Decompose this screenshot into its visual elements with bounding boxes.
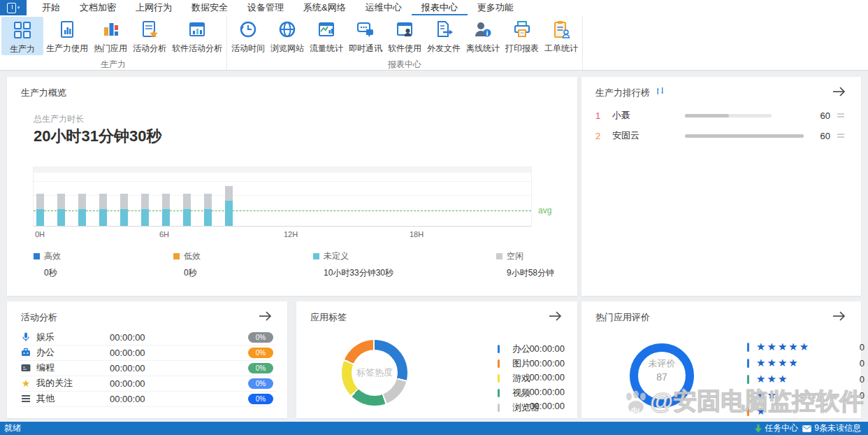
ribbon-item-traffic-stats[interactable]: 流量统计 <box>307 17 346 55</box>
ribbon-item-activity-time[interactable]: 活动时间 <box>229 17 268 55</box>
download-arrow-icon <box>755 425 762 433</box>
hour-bar <box>162 167 170 226</box>
legend-value: 0秒 <box>44 267 61 279</box>
activity-time: 00:00:00 <box>110 378 145 389</box>
open-panel-arrow-icon[interactable] <box>832 85 847 98</box>
activity-time: 00:00:00 <box>110 332 145 343</box>
ranking-row[interactable]: 1 小聂 60 <box>595 108 847 123</box>
activity-label: 其他 <box>36 392 55 405</box>
activity-row[interactable]: ★ 我的关注 00:00:00 0% <box>20 376 276 392</box>
tab-device-management[interactable]: 设备管理 <box>238 0 294 15</box>
tab-list: 开始 文档加密 上网行为 数据安全 设备管理 系统&网络 运维中心 报表中心 更… <box>32 0 523 15</box>
status-bar: 就绪 任务中心 9条未读信息 <box>0 422 868 435</box>
tag-time: 00:00:00 <box>529 372 565 387</box>
traffic-stats-icon <box>316 19 337 40</box>
ribbon-item-label: 流量统计 <box>310 43 343 55</box>
browse-website-icon <box>277 19 298 40</box>
legend-tick <box>498 374 500 383</box>
activity-row[interactable]: 办公 00:00:00 0% <box>20 345 276 361</box>
legend-inefficient: 低效 0秒 <box>173 250 201 279</box>
star-rating: ★ <box>756 405 767 418</box>
tag-label: 游戏 <box>512 372 530 385</box>
legend-undefined: 未定义 10小时33分钟30秒 <box>313 250 393 279</box>
rank-number: 2 <box>595 131 612 141</box>
menu-tab-bar: ▾ 开始 文档加密 上网行为 数据安全 设备管理 系统&网络 运维中心 报表中心… <box>0 0 868 15</box>
ribbon-item-print-report[interactable]: 打印报表 <box>502 17 542 55</box>
panel-title: 生产力概览 <box>21 87 66 99</box>
unread-messages-button[interactable]: 9条未读信息 <box>802 422 861 434</box>
panel-hot-app-ratings: 热门应用评价 未评价 87 ★★★★★0 ★★★★0 ★★★0 ★★0 ★ <box>581 301 861 418</box>
activity-row[interactable]: 编程 00:00:00 0% <box>20 360 276 376</box>
tag-times-column: 00:00:00 00:00:00 00:00:00 00:00:00 00:0… <box>529 343 565 415</box>
activity-time-icon <box>238 19 259 40</box>
ribbon-item-hot-apps[interactable]: 热门应用 <box>91 17 130 55</box>
rating-row: ★★★★★0 <box>747 341 852 353</box>
activity-row[interactable]: 娱乐 00:00:00 0% <box>20 329 276 345</box>
star-rating: ★★★ <box>756 373 788 385</box>
ribbon-item-software-activity-analysis[interactable]: 软件活动分析 <box>169 17 225 55</box>
rating-row: ★★★★0 <box>747 357 852 369</box>
ribbon-item-activity-analysis[interactable]: 活动分析 <box>130 17 169 55</box>
tab-web-behavior[interactable]: 上网行为 <box>126 0 182 15</box>
x-tick: 18H <box>410 230 424 238</box>
ribbon-item-software-usage[interactable]: 软件使用 <box>385 17 424 55</box>
tab-doc-encryption[interactable]: 文档加密 <box>70 0 126 15</box>
star-rating: ★★ <box>756 389 778 401</box>
tab-ops-center[interactable]: 运维中心 <box>356 0 412 15</box>
microphone-icon <box>20 332 32 342</box>
tab-start[interactable]: 开始 <box>32 0 70 15</box>
rank-number: 1 <box>595 110 612 121</box>
bars-layer <box>34 167 531 226</box>
panel-activity-analysis: 活动分析 娱乐 00:00:00 0% 办公 00:00:00 0% 编程 00… <box>7 301 287 418</box>
hour-bar <box>141 167 149 226</box>
ranking-row[interactable]: 2 安固云 60 <box>595 128 847 143</box>
ribbon-group-productivity: 生产力 生产力使用 热门应用 <box>0 15 227 70</box>
hour-bar <box>78 167 86 226</box>
legend-value: 10小时33分钟30秒 <box>324 267 393 279</box>
hour-bar <box>120 167 128 226</box>
open-panel-arrow-icon[interactable] <box>832 310 847 322</box>
tab-report-center[interactable]: 报表中心 <box>412 0 468 15</box>
app-menu-button[interactable]: ▾ <box>0 0 27 15</box>
row-menu-icon[interactable] <box>837 112 847 119</box>
rank-name: 安固云 <box>612 129 685 142</box>
star-rating: ★★★★★ <box>756 341 810 353</box>
legend-label: 空闲 <box>507 250 523 262</box>
tag-time: 00:00:00 <box>529 343 565 358</box>
ribbon-item-outgoing-files[interactable]: 外发文件 <box>424 17 463 55</box>
svg-text:i: i <box>486 30 488 37</box>
ribbon-item-productivity-usage[interactable]: 生产力使用 <box>43 17 91 55</box>
star-rating: ★★★★ <box>756 357 800 369</box>
legend-value: 9小时58分钟 <box>507 267 554 279</box>
row-menu-icon[interactable] <box>837 132 847 139</box>
sort-icon[interactable] <box>657 87 664 95</box>
ribbon-item-work-order-stats[interactable]: 工单统计 <box>542 17 581 55</box>
ribbon-group-report-center: 活动时间 浏览网站 流量统计 <box>227 15 583 70</box>
activity-label: 办公 <box>36 346 55 359</box>
legend-efficient: 高效 0秒 <box>34 250 61 279</box>
percent-badge: 0% <box>248 394 273 404</box>
hour-bar <box>99 167 107 226</box>
ribbon-item-label: 工单统计 <box>544 43 578 55</box>
percent-badge: 0% <box>248 348 273 358</box>
legend-tick <box>747 391 749 400</box>
legend-tick <box>498 359 500 368</box>
ribbon-item-offline-stats[interactable]: i 离线统计 <box>463 17 502 55</box>
tab-data-security[interactable]: 数据安全 <box>182 0 238 15</box>
open-panel-arrow-icon[interactable] <box>548 310 563 322</box>
rating-row: ★★★0 <box>747 373 852 385</box>
hour-bar <box>204 167 212 226</box>
task-center-button[interactable]: 任务中心 <box>755 422 798 434</box>
rating-row: ★ <box>747 405 852 418</box>
ribbon-item-instant-messaging[interactable]: 即时通讯 <box>346 17 385 55</box>
ribbon-item-productivity[interactable]: 生产力 <box>1 17 43 55</box>
ribbon-item-label: 即时通讯 <box>349 43 382 55</box>
tab-system-network[interactable]: 系统&网络 <box>294 0 356 15</box>
software-activity-analysis-icon <box>187 19 208 40</box>
activity-row[interactable]: 其他 00:00:00 0% <box>20 391 276 407</box>
panel-productivity-overview: 生产力概览 总生产力时长 20小时31分钟30秒 avg 0H 6H 12H 1… <box>7 77 577 296</box>
ribbon-item-label: 外发文件 <box>427 43 461 55</box>
tab-more-functions[interactable]: 更多功能 <box>468 0 523 15</box>
ribbon-item-browse-website[interactable]: 浏览网站 <box>268 17 307 55</box>
open-panel-arrow-icon[interactable] <box>258 310 273 322</box>
